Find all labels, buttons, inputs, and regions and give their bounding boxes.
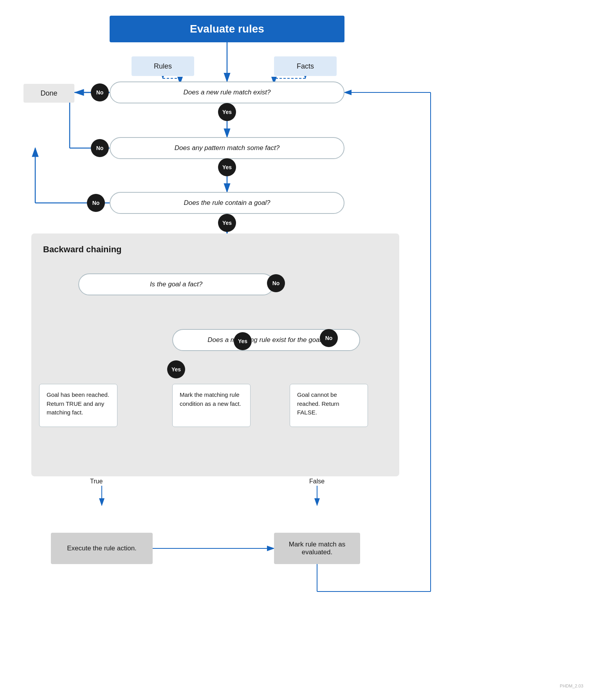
q3-text: Does the rule contain a goal? bbox=[184, 199, 270, 207]
bc-result1-text: Goal has been reached. Return TRUE and a… bbox=[47, 391, 109, 416]
bc-result2-text: Mark the matching rule condition as a ne… bbox=[180, 391, 241, 407]
execute-text: Execute the rule action. bbox=[67, 544, 137, 552]
rules-input-box: Rules bbox=[132, 56, 194, 76]
watermark: PHDM_2.03 bbox=[560, 684, 583, 688]
q3-pill: Does the rule contain a goal? bbox=[110, 192, 344, 214]
bc-q1-text: Is the goal a fact? bbox=[150, 280, 202, 288]
diagram-container: Evaluate rules Rules Facts Done Does a n… bbox=[0, 0, 595, 700]
done-label: Done bbox=[40, 89, 57, 98]
bc-result3-text: Goal cannot be reached. Return FALSE. bbox=[297, 391, 339, 416]
bc-title: Backward chaining bbox=[43, 244, 122, 255]
facts-label: Facts bbox=[297, 62, 314, 71]
q1-pill: Does a new rule match exist? bbox=[110, 81, 344, 103]
execute-action-box: Execute the rule action. bbox=[51, 533, 153, 564]
mark-text: Mark rule match as evaluated. bbox=[282, 541, 352, 556]
mark-action-box: Mark rule match as evaluated. bbox=[274, 533, 360, 564]
q3-yes-circle: Yes bbox=[218, 214, 236, 232]
bc-result1-box: Goal has been reached. Return TRUE and a… bbox=[39, 384, 117, 427]
q2-text: Does any pattern match some fact? bbox=[175, 144, 279, 152]
bc-q2-no-circle: No bbox=[320, 329, 338, 347]
bc-container bbox=[31, 233, 399, 476]
q3-no-circle: No bbox=[87, 194, 105, 212]
true-label: True bbox=[90, 478, 103, 485]
bc-q2-text: Does a matching rule exist for the goal? bbox=[207, 336, 325, 344]
title-box: Evaluate rules bbox=[110, 16, 344, 42]
rules-label: Rules bbox=[154, 62, 172, 71]
bc-q1-yes-circle: Yes bbox=[167, 360, 185, 378]
bc-q2-yes-circle: Yes bbox=[234, 332, 252, 350]
done-box: Done bbox=[23, 84, 74, 103]
bc-q1-no-circle: No bbox=[267, 274, 285, 292]
title-text: Evaluate rules bbox=[190, 23, 264, 35]
q2-pill: Does any pattern match some fact? bbox=[110, 137, 344, 159]
bc-result2-box: Mark the matching rule condition as a ne… bbox=[172, 384, 251, 427]
facts-input-box: Facts bbox=[274, 56, 337, 76]
q1-yes-circle: Yes bbox=[218, 103, 236, 121]
q2-no-circle: No bbox=[91, 139, 109, 157]
q1-text: Does a new rule match exist? bbox=[184, 89, 271, 96]
bc-q1-pill: Is the goal a fact? bbox=[78, 273, 274, 295]
false-label: False bbox=[309, 478, 325, 485]
q2-yes-circle: Yes bbox=[218, 158, 236, 176]
bc-result3-box: Goal cannot be reached. Return FALSE. bbox=[290, 384, 368, 427]
q1-no-circle: No bbox=[91, 83, 109, 101]
